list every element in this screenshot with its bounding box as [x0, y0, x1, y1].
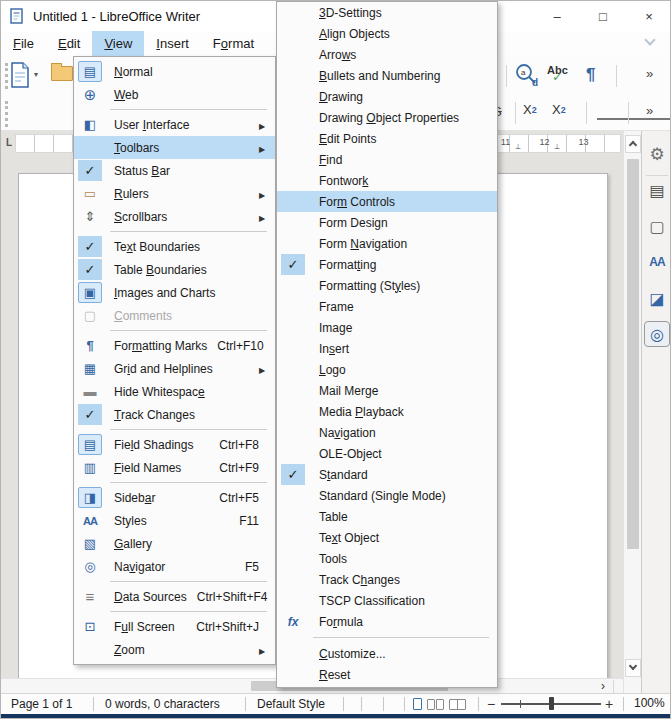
find-replace-button[interactable]: a d — [513, 62, 541, 88]
vertical-scrollbar[interactable] — [623, 131, 641, 693]
close-button[interactable]: × — [626, 1, 671, 31]
toolbars-submenu-item[interactable]: Formatting (Styles) — [277, 275, 497, 296]
view-menu-item[interactable]: Images and Charts — [74, 281, 275, 304]
gallery-deck-icon[interactable] — [644, 285, 670, 311]
view-menu-item[interactable]: Full Screen Ctrl+Shift+J — [74, 615, 275, 638]
toolbars-submenu-item[interactable]: Drawing Object Properties — [277, 107, 497, 128]
view-menu-item[interactable]: Styles F11 — [74, 509, 275, 532]
toolbars-submenu-item[interactable]: Track Changes — [277, 569, 497, 590]
clear-formatting-button[interactable]: A — [597, 102, 671, 120]
view-menu-item[interactable]: Zoom — [74, 638, 275, 661]
view-menu-item[interactable]: Data Sources Ctrl+Shift+F4 — [74, 585, 275, 608]
toolbars-submenu-item[interactable]: Tools — [277, 548, 497, 569]
navigator-deck-icon[interactable] — [644, 321, 670, 347]
toolbars-submenu-item[interactable]: Drawing — [277, 86, 497, 107]
view-menu-item[interactable]: Scrollbars — [74, 205, 275, 228]
view-menu-item[interactable]: Comments — [74, 304, 275, 327]
menubar-item[interactable]: Format — [201, 31, 266, 56]
toolbars-submenu-item[interactable]: Formula — [277, 611, 497, 632]
toolbars-submenu-item[interactable]: Image — [277, 317, 497, 338]
toolbars-submenu-item[interactable]: Logo — [277, 359, 497, 380]
book-view-icon[interactable] — [449, 699, 466, 710]
zoom-slider-handle[interactable] — [549, 697, 554, 710]
toolbars-submenu-item[interactable]: Navigation — [277, 422, 497, 443]
single-page-view-icon[interactable] — [413, 698, 422, 710]
menubar-item[interactable]: File — [1, 31, 46, 56]
menubar-item[interactable]: Insert — [144, 31, 201, 56]
toolbars-submenu-item[interactable]: Insert — [277, 338, 497, 359]
view-menu-item[interactable]: Status Bar — [74, 159, 275, 182]
toolbars-submenu-item[interactable]: Form Navigation — [277, 233, 497, 254]
view-menu-item[interactable] — [74, 578, 275, 585]
subscript-button[interactable]: X2 — [552, 102, 566, 117]
toolbars-submenu-item[interactable]: Reset — [277, 664, 497, 685]
formatting-marks-button[interactable]: ¶ — [586, 65, 595, 85]
toolbars-submenu-item[interactable]: Text Object — [277, 527, 497, 548]
word-count-status[interactable]: 0 words, 0 characters — [105, 697, 220, 711]
toolbars-submenu-item[interactable]: TSCP Classification — [277, 590, 497, 611]
view-menu-item[interactable] — [74, 608, 275, 615]
toolbars-submenu-item[interactable]: Media Playback — [277, 401, 497, 422]
toolbar-grip[interactable] — [5, 101, 9, 127]
toolbar-overflow-button[interactable]: » — [646, 103, 653, 118]
toolbars-submenu-item[interactable]: Standard (Single Mode) — [277, 485, 497, 506]
scroll-up-button[interactable] — [625, 135, 641, 153]
menubar-item[interactable]: Edit — [46, 31, 92, 56]
superscript-button[interactable]: X2 — [523, 102, 537, 117]
view-menu-item[interactable]: Gallery — [74, 532, 275, 555]
view-menu-item[interactable]: Toolbars — [74, 136, 275, 159]
zoom-percentage[interactable]: 100% — [634, 696, 665, 710]
view-menu-item[interactable] — [74, 479, 275, 486]
styles-deck-icon[interactable] — [644, 249, 670, 275]
toolbars-submenu-item[interactable]: Arrows — [277, 44, 497, 65]
toolbars-submenu-item[interactable]: Frame — [277, 296, 497, 317]
toolbars-submenu-item[interactable]: Customize... — [277, 643, 497, 664]
view-menu-item[interactable] — [74, 426, 275, 433]
view-menu-item[interactable]: Rulers — [74, 182, 275, 205]
view-menu-item[interactable]: Hide Whitespace — [74, 380, 275, 403]
view-menu-item[interactable]: User Interface — [74, 113, 275, 136]
multi-page-view-icon[interactable] — [427, 699, 444, 710]
tab-stop-selector[interactable]: L — [3, 135, 15, 149]
scroll-down-button[interactable] — [625, 659, 641, 677]
spellcheck-button[interactable]: Abc ✓ — [547, 65, 568, 82]
toolbars-submenu-item[interactable]: Standard — [277, 464, 497, 485]
settings-gear-icon[interactable] — [644, 141, 670, 167]
view-menu-item[interactable]: Track Changes — [74, 403, 275, 426]
view-menu-item[interactable]: Field Names Ctrl+F9 — [74, 456, 275, 479]
toolbars-submenu-item[interactable]: OLE-Object — [277, 443, 497, 464]
toolbars-submenu-item[interactable]: Form Design — [277, 212, 497, 233]
zoom-in-button[interactable]: + — [605, 696, 613, 712]
page-style-status[interactable]: Default Style — [257, 697, 325, 711]
view-menu-item[interactable]: Sidebar Ctrl+F5 — [74, 486, 275, 509]
toolbars-submenu-item[interactable]: 3D-Settings — [277, 2, 497, 23]
toolbars-submenu-item[interactable]: Find — [277, 149, 497, 170]
menubar-item[interactable]: View — [92, 31, 144, 56]
toolbars-submenu-item[interactable]: Bullets and Numbering — [277, 65, 497, 86]
view-menu-item[interactable] — [74, 228, 275, 235]
view-menu-item[interactable] — [74, 327, 275, 334]
new-document-button[interactable] — [9, 62, 31, 88]
toolbars-submenu-item[interactable]: Formatting — [277, 254, 497, 275]
view-menu-item[interactable]: Field Shadings Ctrl+F8 — [74, 433, 275, 456]
page-deck-icon[interactable] — [644, 213, 670, 239]
toolbar-overflow-button[interactable]: » — [646, 66, 653, 81]
maximize-button[interactable]: □ — [580, 1, 626, 31]
view-menu-item[interactable]: Grid and Helplines — [74, 357, 275, 380]
minimize-button[interactable]: – — [534, 1, 580, 31]
open-file-icon[interactable] — [51, 66, 73, 81]
view-menu-item[interactable]: Web — [74, 83, 275, 106]
toolbars-submenu-item[interactable]: Mail Merge — [277, 380, 497, 401]
view-menu-item[interactable]: Navigator F5 — [74, 555, 275, 578]
view-menu-item[interactable]: Normal — [74, 60, 275, 83]
new-document-dropdown-caret[interactable]: ▾ — [34, 70, 38, 79]
toolbars-submenu-item[interactable]: Form Controls — [277, 191, 497, 212]
toolbars-submenu-item[interactable]: Fontwork — [277, 170, 497, 191]
toolbars-submenu-item[interactable]: Align Objects — [277, 23, 497, 44]
view-menu-item[interactable]: Table Boundaries — [74, 258, 275, 281]
view-menu-item[interactable] — [74, 106, 275, 113]
toolbars-submenu-item[interactable] — [277, 632, 497, 643]
view-menu-item[interactable]: Formatting Marks Ctrl+F10 — [74, 334, 275, 357]
properties-deck-icon[interactable] — [644, 177, 670, 203]
toolbars-submenu-item[interactable]: Table — [277, 506, 497, 527]
